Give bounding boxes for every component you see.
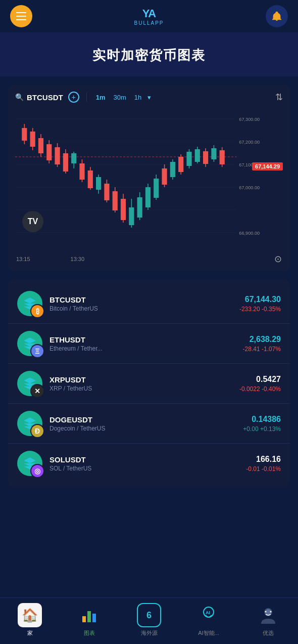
doge-info: DOGEUSDT Dogecoin / TetherUS	[49, 415, 236, 432]
svg-point-70	[270, 611, 272, 613]
svg-rect-25	[71, 153, 76, 163]
doge-price-area: 0.14386 +0.00 +0.13%	[243, 415, 281, 433]
svg-rect-19	[46, 144, 52, 160]
xrp-info: XRPUSDT XRP / TetherUS	[49, 375, 232, 392]
notification-button[interactable]	[266, 5, 288, 27]
timeframe-30m[interactable]: 30m	[111, 93, 128, 102]
doge-price: 0.14386	[243, 415, 281, 424]
menu-button[interactable]	[10, 5, 32, 27]
sol-coin-icon: ◎	[30, 464, 44, 478]
svg-rect-61	[220, 150, 225, 164]
nav-item-home[interactable]: 🏠 家	[15, 603, 45, 637]
timeframe-1m[interactable]: 1m	[94, 93, 108, 102]
crypto-item-xrpusdt[interactable]: ✕ XRPUSDT XRP / TetherUS 0.5427 -0.0022 …	[8, 364, 290, 404]
page-title: 实时加密货币图表	[10, 47, 288, 64]
svg-rect-29	[88, 170, 93, 188]
timeframe-more[interactable]: ▾	[147, 94, 151, 101]
svg-rect-39	[129, 207, 134, 225]
svg-rect-53	[186, 152, 191, 166]
svg-point-69	[265, 611, 267, 613]
crypto-item-solusdt[interactable]: ◎ SOLUSDT SOL / TetherUS 166.16 -0.01 -0…	[8, 444, 290, 483]
btc-icon-wrap: ₿	[17, 291, 42, 316]
svg-rect-15	[30, 132, 35, 147]
chart-bottom-bar: 13:15 13:30 ⊙	[15, 250, 283, 265]
btc-info: BTCUSDT Bitcoin / TetherUS	[49, 295, 232, 312]
btc-symbol: BTCUSDT	[49, 295, 232, 304]
ai-nav-icon: AI	[196, 603, 221, 627]
user-nav-icon	[256, 603, 280, 627]
nav-item-ai[interactable]: AI AI智能...	[193, 603, 224, 637]
home-nav-icon: 🏠	[18, 603, 42, 627]
xrp-icon-wrap: ✕	[17, 371, 42, 396]
symbol-search[interactable]: 🔍 BTCUSDT	[15, 93, 63, 102]
active-price-badge: 67,144.29	[252, 162, 283, 170]
chart-section: 🔍 BTCUSDT + 1m 30m 1h ▾ ⇅ 67,300.00 67,2…	[8, 84, 290, 272]
chart-toolbar: 🔍 BTCUSDT + 1m 30m 1h ▾ ⇅	[15, 92, 283, 103]
six-label: 6	[146, 610, 152, 621]
svg-text:67,200.00: 67,200.00	[239, 140, 260, 145]
user-nav-label: 优选	[263, 629, 274, 637]
chart-area: 67,300.00 67,200.00 67,100.00 67,000.00 …	[15, 109, 283, 250]
xrp-name: XRP / TetherUS	[49, 385, 232, 392]
eth-coin-icon: Ξ	[30, 344, 44, 358]
eth-name: Ethereum / Tether...	[49, 345, 236, 352]
chart-settings-icon[interactable]: ⊙	[274, 253, 282, 265]
eth-price: 2,638.29	[243, 335, 281, 344]
bell-icon	[271, 11, 282, 22]
eth-price-area: 2,638.29 -28.41 -1.07%	[243, 335, 281, 353]
ai-nav-label: AI智能...	[198, 629, 219, 637]
btc-coin-icon: ₿	[30, 304, 44, 318]
doge-symbol: DOGEUSDT	[49, 415, 236, 424]
sol-symbol: SOLUSDT	[49, 455, 239, 464]
candlestick-chart: 67,300.00 67,200.00 67,100.00 67,000.00 …	[15, 109, 283, 240]
svg-rect-23	[63, 153, 68, 171]
overseas-nav-icon: 6	[137, 603, 161, 627]
crypto-list: ₿ BTCUSDT Bitcoin / TetherUS 67,144.30 -…	[8, 280, 290, 487]
svg-rect-47	[162, 168, 167, 185]
time-label-2: 13:30	[71, 256, 85, 262]
logo: YA BULLAPP	[134, 7, 164, 26]
svg-text:66,900.00: 66,900.00	[239, 231, 260, 236]
chart-indicators-button[interactable]: ⇅	[275, 92, 283, 103]
doge-icon-wrap: Ð	[17, 411, 42, 436]
crypto-item-dogeusdt[interactable]: Ð DOGEUSDT Dogecoin / TetherUS 0.14386 +…	[8, 404, 290, 444]
add-symbol-button[interactable]: +	[68, 92, 79, 103]
svg-text:AI: AI	[206, 610, 210, 615]
svg-rect-41	[137, 197, 142, 218]
svg-rect-49	[170, 162, 175, 177]
time-axis-labels: 13:15 13:30	[16, 256, 84, 262]
crypto-item-ethusdt[interactable]: Ξ ETHUSDT Ethereum / Tether... 2,638.29 …	[8, 324, 290, 364]
btc-price-area: 67,144.30 -233.20 -0.35%	[239, 295, 281, 313]
xrp-price: 0.5427	[239, 375, 281, 384]
eth-icon-wrap: Ξ	[17, 331, 42, 356]
xrp-coin-icon: ✕	[30, 384, 44, 398]
timeframe-buttons: 1m 30m 1h ▾	[94, 93, 152, 102]
xrp-symbol: XRPUSDT	[49, 375, 232, 384]
doge-change: +0.00 +0.13%	[243, 425, 281, 433]
svg-rect-57	[203, 151, 208, 164]
sol-change: -0.01 -0.01%	[246, 465, 281, 473]
menu-line	[16, 19, 26, 20]
home-nav-label: 家	[27, 629, 33, 637]
svg-rect-64	[92, 614, 96, 622]
svg-rect-63	[87, 611, 91, 622]
chart-nav-icon	[77, 603, 102, 627]
btc-name: Bitcoin / TetherUS	[49, 305, 232, 312]
sol-icon-wrap: ◎	[17, 451, 42, 476]
svg-rect-17	[38, 138, 43, 153]
tradingview-watermark: TV	[22, 211, 43, 232]
page-title-section: 实时加密货币图表	[0, 32, 298, 76]
menu-line	[16, 12, 26, 13]
timeframe-1h[interactable]: 1h	[132, 93, 143, 102]
svg-rect-37	[121, 199, 126, 220]
crypto-item-btcusdt[interactable]: ₿ BTCUSDT Bitcoin / TetherUS 67,144.30 -…	[8, 284, 290, 324]
doge-name: Dogecoin / TetherUS	[49, 425, 236, 432]
nav-item-user[interactable]: 优选	[253, 603, 283, 637]
nav-item-overseas[interactable]: 6 海外源	[134, 603, 164, 637]
header: YA BULLAPP	[0, 0, 298, 32]
nav-item-chart[interactable]: 图表	[74, 603, 105, 637]
doge-coin-icon: Ð	[30, 424, 44, 438]
svg-rect-33	[104, 184, 109, 200]
ai-icon: AI	[198, 605, 219, 625]
svg-rect-43	[145, 187, 151, 207]
